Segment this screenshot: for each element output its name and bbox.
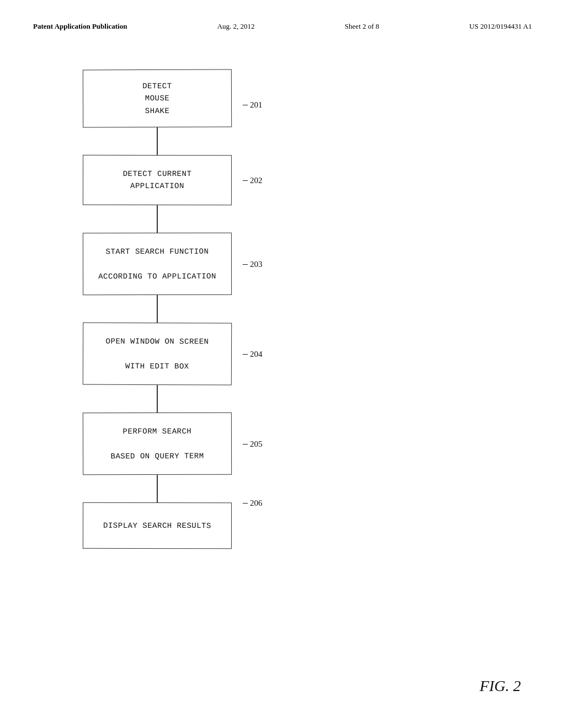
header-date: Aug. 2, 2012 xyxy=(217,22,255,31)
flow-box-201-text: DETECTMOUSESHAKE xyxy=(142,80,172,117)
flow-box-205: PERFORM SEARCHBASED ON QUERY TERM xyxy=(83,413,232,475)
connector-1 xyxy=(83,127,232,155)
flow-box-202-text: DETECT CURRENTAPPLICATION xyxy=(123,168,192,192)
connector-5 xyxy=(83,475,232,502)
header-patent-number: US 2012/0194431 A1 xyxy=(470,22,532,31)
flow-item-205: PERFORM SEARCHBASED ON QUERY TERM 205 xyxy=(83,413,232,475)
header-publication-type: Patent Application Publication xyxy=(33,22,127,31)
connector-line-2 xyxy=(157,205,158,233)
flow-box-203: START SEARCH FUNCTIONACCORDING TO APPLIC… xyxy=(83,233,232,296)
connector-line-3 xyxy=(157,295,158,323)
connector-line-4 xyxy=(157,385,158,413)
flow-box-201: DETECTMOUSESHAKE xyxy=(83,69,232,128)
flow-box-202: DETECT CURRENTAPPLICATION xyxy=(83,155,232,205)
flow-item-206: DISPLAY SEARCH RESULTS 206 xyxy=(83,502,232,549)
flow-label-206: 206 xyxy=(243,497,263,508)
page-header: Patent Application Publication Aug. 2, 2… xyxy=(33,22,532,31)
page: Patent Application Publication Aug. 2, 2… xyxy=(0,0,565,728)
flow-diagram: DETECTMOUSESHAKE 201 DETECT CURRENTAPPLI… xyxy=(33,58,532,549)
flow-box-203-text: START SEARCH FUNCTIONACCORDING TO APPLIC… xyxy=(98,245,216,283)
flow-item-201: DETECTMOUSESHAKE 201 xyxy=(83,69,232,127)
flow-box-204: OPEN WINDOW ON SCREENWITH EDIT BOX xyxy=(83,323,232,386)
flow-box-204-text: OPEN WINDOW ON SCREENWITH EDIT BOX xyxy=(105,335,209,373)
flow-label-205: 205 xyxy=(243,438,263,449)
flow-box-206-text: DISPLAY SEARCH RESULTS xyxy=(103,520,211,532)
flow-item-203: START SEARCH FUNCTIONACCORDING TO APPLIC… xyxy=(83,233,232,295)
flow-label-204: 204 xyxy=(243,348,263,360)
flow-label-202: 202 xyxy=(243,174,263,186)
connector-3 xyxy=(83,295,232,323)
connector-line-5 xyxy=(157,475,158,502)
connector-line-1 xyxy=(157,127,158,155)
flow-label-201: 201 xyxy=(243,99,263,110)
flow-box-206: DISPLAY SEARCH RESULTS xyxy=(83,502,232,549)
connector-2 xyxy=(83,205,232,233)
connector-4 xyxy=(83,385,232,413)
header-sheet: Sheet 2 of 8 xyxy=(345,22,379,31)
flow-label-203: 203 xyxy=(243,258,263,270)
flow-item-202: DETECT CURRENTAPPLICATION 202 xyxy=(83,155,232,205)
flow-item-204: OPEN WINDOW ON SCREENWITH EDIT BOX 204 xyxy=(83,323,232,385)
flow-box-205-text: PERFORM SEARCHBASED ON QUERY TERM xyxy=(110,425,204,463)
figure-label: FIG. 2 xyxy=(479,677,521,695)
